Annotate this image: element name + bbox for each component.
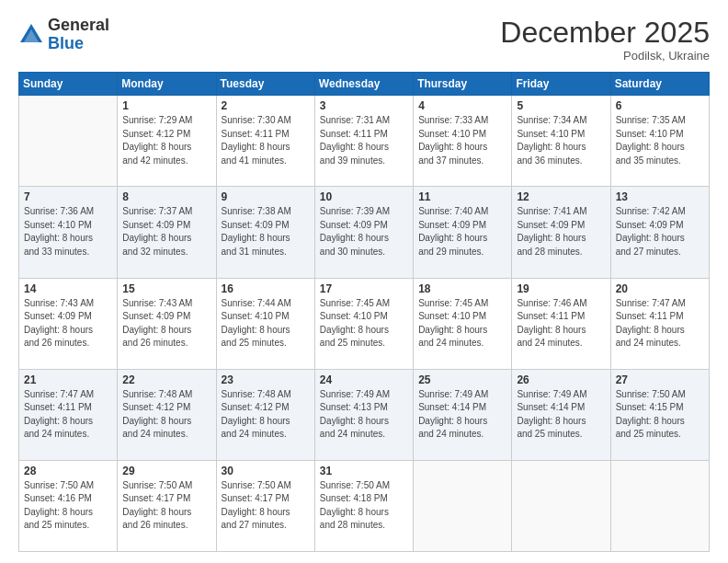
header: General Blue December 2025 Podilsk, Ukra… <box>18 17 710 63</box>
calendar-cell: 2Sunrise: 7:30 AMSunset: 4:11 PMDaylight… <box>216 96 314 187</box>
calendar-cell: 30Sunrise: 7:50 AMSunset: 4:17 PMDayligh… <box>216 460 314 551</box>
page: General Blue December 2025 Podilsk, Ukra… <box>0 0 728 563</box>
day-info: Sunrise: 7:45 AMSunset: 4:10 PMDaylight:… <box>418 297 506 350</box>
day-info: Sunrise: 7:40 AMSunset: 4:09 PMDaylight:… <box>418 205 506 259</box>
calendar-table: SundayMondayTuesdayWednesdayThursdayFrid… <box>18 72 710 552</box>
logo-text: General Blue <box>48 17 109 53</box>
calendar-cell: 25Sunrise: 7:49 AMSunset: 4:14 PMDayligh… <box>414 369 512 460</box>
calendar-cell: 29Sunrise: 7:50 AMSunset: 4:17 PMDayligh… <box>118 460 216 551</box>
day-info: Sunrise: 7:33 AMSunset: 4:10 PMDaylight:… <box>418 114 506 167</box>
calendar-cell: 4Sunrise: 7:33 AMSunset: 4:10 PMDaylight… <box>414 96 512 187</box>
day-info: Sunrise: 7:50 AMSunset: 4:16 PMDaylight:… <box>24 479 112 533</box>
day-number: 1 <box>122 99 210 112</box>
day-number: 26 <box>517 373 605 386</box>
day-number: 29 <box>122 465 210 477</box>
day-number: 8 <box>122 190 210 203</box>
calendar-cell: 16Sunrise: 7:44 AMSunset: 4:10 PMDayligh… <box>216 278 314 369</box>
calendar-cell: 12Sunrise: 7:41 AMSunset: 4:09 PMDayligh… <box>512 187 610 278</box>
calendar-cell: 24Sunrise: 7:49 AMSunset: 4:13 PMDayligh… <box>314 369 413 460</box>
day-info: Sunrise: 7:49 AMSunset: 4:13 PMDaylight:… <box>320 388 408 442</box>
month-title: December 2025 <box>500 17 710 49</box>
day-info: Sunrise: 7:49 AMSunset: 4:14 PMDaylight:… <box>418 388 506 442</box>
day-info: Sunrise: 7:49 AMSunset: 4:14 PMDaylight:… <box>517 388 605 442</box>
day-number: 23 <box>222 373 310 386</box>
day-info: Sunrise: 7:48 AMSunset: 4:12 PMDaylight:… <box>222 388 310 442</box>
calendar-cell: 26Sunrise: 7:49 AMSunset: 4:14 PMDayligh… <box>512 369 610 460</box>
day-info: Sunrise: 7:44 AMSunset: 4:10 PMDaylight:… <box>222 297 310 350</box>
day-info: Sunrise: 7:35 AMSunset: 4:10 PMDaylight:… <box>616 114 704 167</box>
calendar-cell: 20Sunrise: 7:47 AMSunset: 4:11 PMDayligh… <box>610 278 709 369</box>
day-number: 4 <box>418 99 506 112</box>
day-number: 16 <box>222 282 310 295</box>
calendar-cell: 14Sunrise: 7:43 AMSunset: 4:09 PMDayligh… <box>19 278 118 369</box>
day-info: Sunrise: 7:42 AMSunset: 4:09 PMDaylight:… <box>616 205 704 259</box>
week-row-5: 28Sunrise: 7:50 AMSunset: 4:16 PMDayligh… <box>19 460 710 551</box>
day-number: 6 <box>616 99 704 112</box>
day-info: Sunrise: 7:37 AMSunset: 4:09 PMDaylight:… <box>122 205 210 259</box>
day-info: Sunrise: 7:47 AMSunset: 4:11 PMDaylight:… <box>24 388 112 442</box>
day-info: Sunrise: 7:50 AMSunset: 4:18 PMDaylight:… <box>320 479 408 533</box>
day-info: Sunrise: 7:50 AMSunset: 4:15 PMDaylight:… <box>616 388 704 442</box>
col-header-monday: Monday <box>118 73 216 96</box>
col-header-friday: Friday <box>512 73 610 96</box>
calendar-cell: 22Sunrise: 7:48 AMSunset: 4:12 PMDayligh… <box>118 369 216 460</box>
day-number: 13 <box>616 190 704 203</box>
day-info: Sunrise: 7:45 AMSunset: 4:10 PMDaylight:… <box>320 297 408 350</box>
calendar-cell: 3Sunrise: 7:31 AMSunset: 4:11 PMDaylight… <box>314 96 413 187</box>
day-info: Sunrise: 7:43 AMSunset: 4:09 PMDaylight:… <box>24 297 112 350</box>
logo: General Blue <box>18 17 109 53</box>
week-row-2: 7Sunrise: 7:36 AMSunset: 4:10 PMDaylight… <box>19 187 710 278</box>
week-row-1: 1Sunrise: 7:29 AMSunset: 4:12 PMDaylight… <box>19 96 710 187</box>
day-number: 17 <box>320 282 408 295</box>
day-number: 25 <box>418 373 506 386</box>
col-header-wednesday: Wednesday <box>314 73 413 96</box>
day-info: Sunrise: 7:41 AMSunset: 4:09 PMDaylight:… <box>517 205 605 259</box>
calendar-cell: 1Sunrise: 7:29 AMSunset: 4:12 PMDaylight… <box>118 96 216 187</box>
day-info: Sunrise: 7:48 AMSunset: 4:12 PMDaylight:… <box>122 388 210 442</box>
day-number: 20 <box>616 282 704 295</box>
calendar-cell: 17Sunrise: 7:45 AMSunset: 4:10 PMDayligh… <box>314 278 413 369</box>
calendar-cell <box>610 460 709 551</box>
day-number: 24 <box>320 373 408 386</box>
day-info: Sunrise: 7:36 AMSunset: 4:10 PMDaylight:… <box>24 205 112 259</box>
day-info: Sunrise: 7:31 AMSunset: 4:11 PMDaylight:… <box>320 114 408 167</box>
day-info: Sunrise: 7:29 AMSunset: 4:12 PMDaylight:… <box>122 114 210 167</box>
col-header-tuesday: Tuesday <box>216 73 314 96</box>
day-number: 12 <box>517 190 605 203</box>
calendar-cell: 28Sunrise: 7:50 AMSunset: 4:16 PMDayligh… <box>19 460 118 551</box>
week-row-3: 14Sunrise: 7:43 AMSunset: 4:09 PMDayligh… <box>19 278 710 369</box>
day-number: 3 <box>320 99 408 112</box>
day-number: 30 <box>222 465 310 477</box>
calendar-cell: 15Sunrise: 7:43 AMSunset: 4:09 PMDayligh… <box>118 278 216 369</box>
day-number: 7 <box>24 190 112 203</box>
day-info: Sunrise: 7:34 AMSunset: 4:10 PMDaylight:… <box>517 114 605 167</box>
col-header-sunday: Sunday <box>19 73 118 96</box>
day-number: 21 <box>24 373 112 386</box>
day-info: Sunrise: 7:38 AMSunset: 4:09 PMDaylight:… <box>222 205 310 259</box>
calendar-cell: 31Sunrise: 7:50 AMSunset: 4:18 PMDayligh… <box>314 460 413 551</box>
day-info: Sunrise: 7:43 AMSunset: 4:09 PMDaylight:… <box>122 297 210 350</box>
calendar-cell: 10Sunrise: 7:39 AMSunset: 4:09 PMDayligh… <box>314 187 413 278</box>
calendar-cell: 11Sunrise: 7:40 AMSunset: 4:09 PMDayligh… <box>414 187 512 278</box>
week-row-4: 21Sunrise: 7:47 AMSunset: 4:11 PMDayligh… <box>19 369 710 460</box>
day-number: 11 <box>418 190 506 203</box>
day-number: 31 <box>320 465 408 477</box>
calendar-cell: 8Sunrise: 7:37 AMSunset: 4:09 PMDaylight… <box>118 187 216 278</box>
day-info: Sunrise: 7:30 AMSunset: 4:11 PMDaylight:… <box>222 114 310 167</box>
calendar-cell <box>414 460 512 551</box>
location-subtitle: Podilsk, Ukraine <box>500 49 710 63</box>
day-info: Sunrise: 7:39 AMSunset: 4:09 PMDaylight:… <box>320 205 408 259</box>
day-number: 5 <box>517 99 605 112</box>
calendar-cell: 13Sunrise: 7:42 AMSunset: 4:09 PMDayligh… <box>610 187 709 278</box>
day-number: 14 <box>24 282 112 295</box>
calendar-cell <box>512 460 610 551</box>
col-header-saturday: Saturday <box>610 73 709 96</box>
calendar-cell: 6Sunrise: 7:35 AMSunset: 4:10 PMDaylight… <box>610 96 709 187</box>
logo-general: General <box>48 16 109 34</box>
calendar-cell: 21Sunrise: 7:47 AMSunset: 4:11 PMDayligh… <box>19 369 118 460</box>
title-block: December 2025 Podilsk, Ukraine <box>500 17 710 63</box>
logo-icon <box>18 22 44 48</box>
calendar-cell: 27Sunrise: 7:50 AMSunset: 4:15 PMDayligh… <box>610 369 709 460</box>
calendar-cell: 5Sunrise: 7:34 AMSunset: 4:10 PMDaylight… <box>512 96 610 187</box>
day-number: 27 <box>616 373 704 386</box>
